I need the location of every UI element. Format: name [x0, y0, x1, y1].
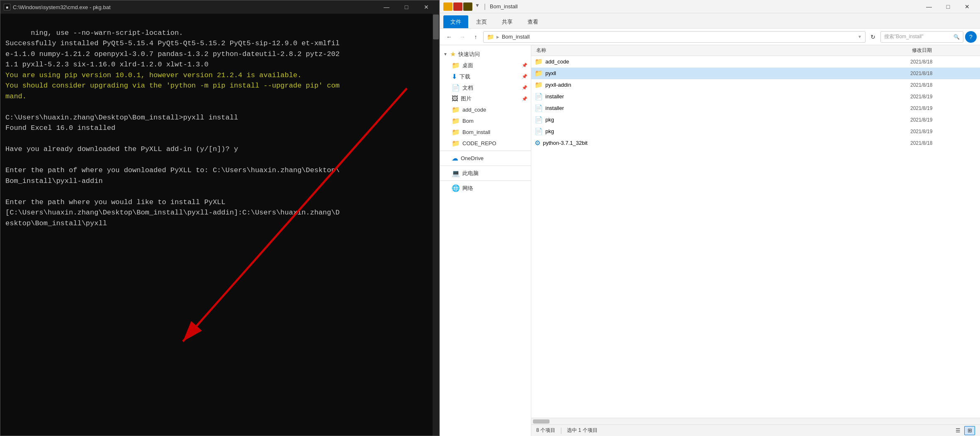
pin-icon: 📌	[522, 85, 528, 90]
col-date-header: 修改日期	[910, 47, 977, 54]
cmd-scrollbar[interactable]	[433, 14, 439, 436]
folder-icon: 📄	[452, 84, 460, 92]
table-row[interactable]: 📄 installer 2021/8/19	[531, 102, 980, 114]
sidebar-item-bom[interactable]: 📁 Bom	[440, 115, 531, 127]
table-row[interactable]: 📁 pyxll-addin 2021/8/18	[531, 79, 980, 91]
file-name: pkg	[545, 128, 910, 134]
search-box[interactable]: 搜索"Bom_install" 🔍	[880, 31, 963, 43]
sidebar-item-label: 文档	[462, 84, 473, 92]
cmd-controls: — □ ✕	[377, 0, 436, 14]
sidebar-item-add-code[interactable]: 📁 add_code	[440, 104, 531, 115]
address-path[interactable]: 📁 ► Bom_install ▼	[483, 31, 866, 43]
sidebar-item-label: Bom	[462, 118, 474, 124]
help-button[interactable]: ?	[965, 31, 977, 43]
cmd-scrollbar-thumb	[433, 15, 439, 39]
sidebar-quick-access[interactable]: ▼ ★ 快速访问	[440, 49, 531, 60]
sidebar-item-label: CODE_REPO	[462, 140, 496, 146]
up-button[interactable]: ↑	[470, 31, 481, 43]
table-row[interactable]: 📁 add_code 2021/8/18	[531, 56, 980, 68]
cmd-title: C:\Windows\system32\cmd.exe - pkg.bat	[13, 4, 111, 10]
ribbon-tabs: 文件 主页 共享 查看	[440, 13, 980, 28]
table-row[interactable]: ⚙ python-3.7.1_32bit 2021/8/18	[531, 137, 980, 149]
sidebar-item-downloads[interactable]: ⬇ 下载 📌	[440, 71, 531, 82]
explorer-controls: — □ ✕	[919, 0, 977, 13]
table-row[interactable]: 📄 installer 2021/8/19	[531, 91, 980, 102]
status-bar: 8 个项目 | 选中 1 个项目 ☰ ⊞	[531, 424, 980, 436]
sidebar-item-label: 图片	[461, 95, 472, 102]
file-name: installer	[545, 105, 910, 111]
exe-icon: ⚙	[535, 139, 540, 147]
cmd-close-button[interactable]: ✕	[417, 0, 436, 14]
sidebar-item-code-repo[interactable]: 📁 CODE_REPO	[440, 138, 531, 149]
file-icon: 📄	[535, 116, 543, 124]
tab-share[interactable]: 共享	[495, 15, 520, 28]
address-bar: ← → ↑ 📁 ► Bom_install ▼ ↻ 搜索"Bom_install…	[440, 29, 980, 45]
file-name: python-3.7.1_32bit	[543, 140, 910, 146]
computer-icon: 💻	[452, 169, 460, 177]
sidebar-item-onedrive[interactable]: ☁ OneDrive	[440, 153, 531, 164]
file-date: 2021/8/19	[910, 105, 977, 111]
sidebar-item-label: 桌面	[462, 62, 473, 69]
forward-button[interactable]: →	[457, 31, 468, 43]
explorer-title-left: ▼ | Bom_install	[443, 2, 518, 11]
tab-view[interactable]: 查看	[520, 15, 545, 28]
sidebar-item-label: 网络	[462, 185, 473, 192]
table-row[interactable]: 📄 pkg 2021/8/19	[531, 114, 980, 126]
cmd-icon: ■	[4, 4, 10, 10]
cmd-maximize-button[interactable]: □	[397, 0, 416, 14]
sidebar-item-bom-install[interactable]: 📁 Bom_install	[440, 127, 531, 138]
details-view-button[interactable]: ☰	[953, 426, 963, 435]
folder-icon: 📁	[452, 117, 460, 125]
folder-icon: 📁	[452, 106, 460, 114]
file-name: add_code	[545, 58, 910, 65]
pin-icon: 📌	[522, 96, 528, 102]
search-placeholder: 搜索"Bom_install"	[884, 33, 924, 40]
folder-icon: 📁	[535, 81, 543, 89]
explorer-close-button[interactable]: ✕	[958, 0, 977, 13]
sidebar-item-network[interactable]: 🌐 网络	[440, 183, 531, 194]
sidebar-divider-3	[440, 180, 531, 181]
cmd-minimize-button[interactable]: —	[377, 0, 396, 14]
cmd-title-left: ■ C:\Windows\system32\cmd.exe - pkg.bat	[4, 4, 111, 10]
quick-access-label: 快速访问	[458, 51, 480, 58]
explorer-maximize-button[interactable]: □	[939, 0, 958, 13]
file-icon: 📄	[535, 93, 543, 100]
file-name: pkg	[545, 117, 910, 123]
folder-icon-dark	[463, 2, 472, 11]
ribbon: 文件 主页 共享 查看	[440, 13, 980, 29]
sidebar-item-desktop[interactable]: 📁 桌面 📌	[440, 60, 531, 71]
sidebar-item-pictures[interactable]: 🖼 图片 📌	[440, 93, 531, 104]
file-name: installer	[545, 93, 910, 100]
search-icon: 🔍	[953, 34, 960, 40]
sidebar-item-label: OneDrive	[461, 155, 484, 161]
file-list-area: 名称 修改日期 📁 add_code 2021/8/18 📁 pyxll 202…	[531, 45, 980, 436]
tab-file[interactable]: 文件	[443, 15, 468, 28]
sidebar-item-label: 此电脑	[462, 170, 479, 177]
sidebar-item-thispc[interactable]: 💻 此电脑	[440, 168, 531, 179]
table-row[interactable]: 📄 pkg 2021/8/19	[531, 126, 980, 137]
status-selected: 选中 1 个项目	[567, 427, 597, 434]
cmd-window: ■ C:\Windows\system32\cmd.exe - pkg.bat …	[0, 0, 440, 436]
cmd-titlebar: ■ C:\Windows\system32\cmd.exe - pkg.bat …	[0, 0, 439, 14]
refresh-button[interactable]: ↻	[867, 31, 879, 43]
sidebar-item-label: add_code	[462, 107, 486, 113]
file-date: 2021/8/18	[910, 59, 977, 65]
folder-icon: 📁	[452, 61, 460, 69]
list-view-button[interactable]: ⊞	[964, 426, 975, 435]
tab-home[interactable]: 主页	[469, 15, 494, 28]
view-buttons: ☰ ⊞	[953, 426, 975, 435]
back-button[interactable]: ←	[443, 31, 455, 43]
sidebar-item-label: 下载	[460, 73, 470, 80]
table-row[interactable]: 📁 pyxll 2021/8/18	[531, 68, 980, 79]
explorer-folder-icons: ▼	[443, 2, 480, 11]
sidebar-item-documents[interactable]: 📄 文档 📌	[440, 82, 531, 93]
file-name: pyxll-addin	[545, 82, 910, 88]
path-folder-icon: 📁	[487, 34, 494, 40]
folder-icon: 📁	[452, 128, 460, 136]
sidebar-item-label: Bom_install	[462, 129, 490, 135]
hscroll-thumb	[533, 419, 550, 424]
explorer-minimize-button[interactable]: —	[919, 0, 939, 13]
folder-icon: 📁	[535, 69, 543, 77]
horizontal-scrollbar[interactable]	[531, 418, 980, 424]
pin-icon: 📌	[522, 74, 528, 79]
